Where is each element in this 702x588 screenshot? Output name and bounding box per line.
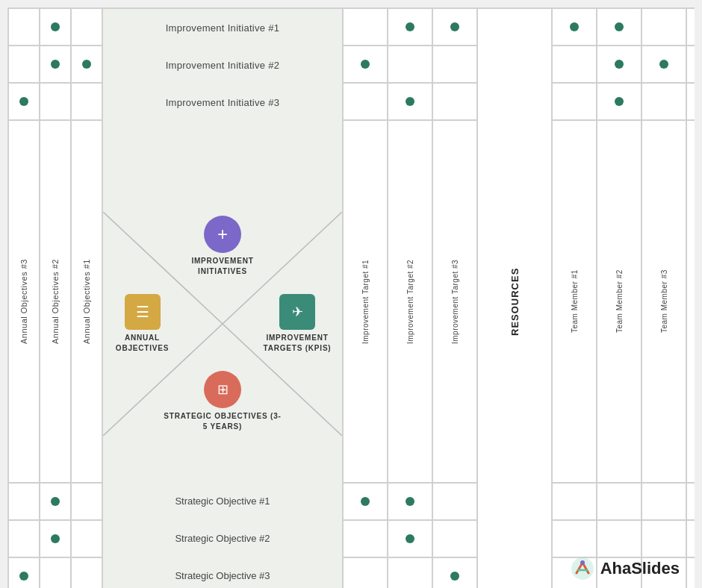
cell-r3-c12: [686, 83, 695, 120]
team-member-2-header: Team Member #2: [597, 120, 642, 483]
improvement-initiatives-label: IMPROVEMENT INITIATIVES: [174, 256, 271, 277]
cell-r1-c6: [388, 8, 432, 46]
cell-r6-c1: [8, 520, 40, 557]
improvement-target-1-header: Improvement Target #1: [343, 120, 388, 483]
cell-r6-c11: [642, 520, 686, 557]
ahaslides-icon: [571, 557, 594, 581]
dot: [450, 22, 459, 31]
cell-r1-c2: [40, 8, 71, 46]
cell-r5-c6: [388, 483, 432, 520]
cell-r7-c1: [8, 557, 40, 588]
cell-r1-c7: [432, 8, 477, 46]
cell-r2-c11: [642, 46, 686, 83]
strategic-2-label: Strategic Objective #2: [103, 519, 342, 557]
annual-objectives-label: ANNUAL OBJECTIVES: [107, 333, 178, 354]
cell-r1-c12: [686, 8, 695, 46]
cell-r3-c10: [597, 83, 642, 120]
cell-r2-c12: [686, 46, 695, 83]
strategic-objectives-icon: ⊞: [204, 371, 241, 408]
cell-r3-c11: [642, 83, 686, 120]
diagram-bottom-quadrant: ⊞ STRATEGIC OBJECTIVES (3-5 YEARS): [163, 371, 282, 432]
dot: [570, 22, 579, 31]
cell-r2-c10: [597, 46, 642, 83]
cell-r2-c9: [552, 46, 597, 83]
annual-obj-3-header: Annual Objectives #3: [8, 120, 40, 483]
strategic-1-label: Strategic Objective #1: [103, 482, 342, 519]
diagram-right-quadrant: ✈ IMPROVEMENT TARGETS (KPIS): [256, 294, 338, 354]
annual-obj-2-header: Annual Objectives #2: [40, 120, 71, 483]
strategic-3-label: Strategic Objective #3: [103, 557, 342, 588]
cell-r1-c9: [552, 8, 597, 46]
cell-r5-c10: [597, 483, 642, 520]
dot: [19, 97, 28, 106]
cell-r1-c11: [642, 8, 686, 46]
cell-r7-c5: [343, 557, 388, 588]
improvement-initiatives-icon: +: [204, 216, 241, 253]
cell-r6-c9: [552, 520, 597, 557]
slide-container: Annual Objectives #3 Annual Objectives #…: [7, 7, 695, 588]
dot: [406, 22, 414, 31]
annual-obj-1-header: Annual Objectives #1: [71, 120, 102, 483]
center-diagram: Improvement Initiative #1 Improvement In…: [102, 8, 343, 588]
cell-r3-c6: [388, 83, 432, 120]
cell-r5-c2: [40, 483, 71, 520]
cell-r2-c7: [432, 46, 477, 83]
team-member-4-header: Team Member #4: [686, 120, 695, 483]
cell-r5-c7: [432, 483, 477, 520]
cell-r7-c6: [388, 557, 432, 588]
cell-r3-c7: [432, 83, 477, 120]
dot: [406, 497, 414, 506]
diagram-left-quadrant: ☰ ANNUAL OBJECTIVES: [107, 294, 178, 354]
cell-r6-c3: [71, 520, 102, 557]
dot: [19, 572, 28, 581]
dot: [615, 22, 624, 31]
team-member-1-header: Team Member #1: [552, 120, 597, 483]
improvement-targets-icon: ✈: [279, 294, 315, 330]
cell-r1-c1: [8, 8, 40, 46]
cell-r6-c5: [343, 520, 388, 557]
cell-r5-c1: [8, 483, 40, 520]
dot: [406, 97, 414, 106]
cell-r1-c5: [343, 8, 388, 46]
ahaslides-logo: AhaSlides: [571, 557, 680, 581]
cell-r1-c10: [597, 8, 642, 46]
cell-r2-c3: [71, 46, 102, 83]
cell-r3-c9: [552, 83, 597, 120]
cell-r3-c2: [40, 83, 71, 120]
cell-r3-c5: [343, 83, 388, 120]
cell-r7-c3: [71, 557, 102, 588]
initiative-1-label: Improvement Initiative #1: [103, 9, 342, 46]
dot: [51, 534, 60, 543]
cell-r6-c2: [40, 520, 71, 557]
cell-r2-c2: [40, 46, 71, 83]
dot: [51, 60, 60, 69]
strategic-objectives-label: STRATEGIC OBJECTIVES (3-5 YEARS): [163, 411, 282, 432]
dot: [51, 22, 60, 31]
cell-r5-c11: [642, 483, 686, 520]
cell-r1-c3: [71, 8, 102, 46]
cell-r2-c1: [8, 46, 40, 83]
cell-r6-c10: [597, 520, 642, 557]
dot: [361, 497, 370, 506]
dot: [450, 572, 459, 581]
cell-r6-c6: [388, 520, 432, 557]
diagram-top-quadrant: + IMPROVEMENT INITIATIVES: [174, 216, 271, 277]
dot: [51, 497, 60, 506]
improvement-target-3-header: Improvement Target #3: [432, 120, 477, 483]
dot: [406, 534, 414, 543]
cell-r7-c7: [432, 557, 477, 588]
resources-header: RESOURCES: [477, 8, 552, 588]
improvement-target-2-header: Improvement Target #2: [388, 120, 432, 483]
cell-r5-c5: [343, 483, 388, 520]
svg-point-3: [580, 560, 585, 565]
dot: [615, 60, 624, 69]
annual-objectives-icon: ☰: [125, 294, 161, 330]
cell-r3-c1: [8, 83, 40, 120]
cell-r7-c12: [686, 557, 695, 588]
cell-r2-c6: [388, 46, 432, 83]
dot: [82, 60, 91, 69]
dot: [659, 60, 668, 69]
initiative-3-label: Improvement Initiative #3: [103, 84, 342, 121]
cell-r5-c9: [552, 483, 597, 520]
team-member-3-header: Team Member #3: [642, 120, 686, 483]
